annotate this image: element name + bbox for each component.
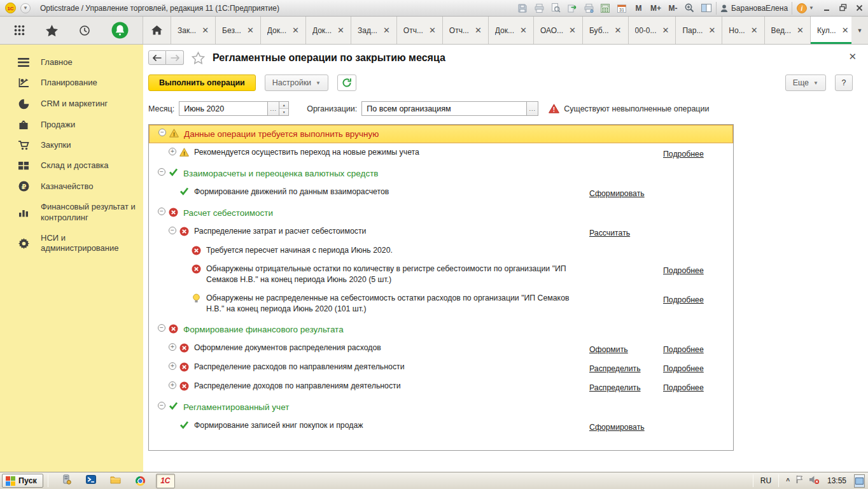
sidebar-item-treasury[interactable]: ₽Казначейство — [0, 176, 143, 197]
collapse-icon[interactable]: − — [169, 227, 176, 234]
tab-10[interactable]: Буб...✕ — [583, 17, 629, 44]
tab-close-icon[interactable]: ✕ — [751, 27, 758, 34]
tree-row-2[interactable]: +!Рекомендуется осуществить переход на н… — [149, 143, 733, 162]
spin-down-icon[interactable]: ▼ — [279, 108, 288, 115]
tab-close-icon[interactable]: ✕ — [569, 27, 576, 34]
details-link[interactable]: Подробнее — [663, 266, 704, 275]
sidebar-item-menu[interactable]: Главное — [0, 52, 143, 73]
preview-button[interactable] — [551, 3, 561, 14]
tab-close-icon[interactable]: ✕ — [842, 27, 849, 34]
taskbar-app-powershell[interactable] — [81, 474, 101, 488]
tab-close-icon[interactable]: ✕ — [383, 27, 390, 34]
action-link[interactable]: Рассчитать — [589, 229, 630, 237]
system-menu-button[interactable]: ▼ — [20, 3, 31, 13]
info-button[interactable]: i ▼ — [797, 3, 814, 13]
sidebar-item-admin[interactable]: НСИ и администрирование — [0, 228, 143, 259]
tree-row-15[interactable]: Формирование записей книг покупок и прод… — [149, 416, 733, 436]
m-button[interactable]: M — [634, 3, 643, 14]
tab-close-icon[interactable]: ✕ — [708, 27, 715, 34]
tree-row-1[interactable]: −!Данные операции требуется выполнить вр… — [149, 125, 733, 143]
taskbar-app-onec[interactable]: 1С — [156, 474, 175, 488]
forward-button[interactable] — [166, 50, 184, 65]
close-form-button[interactable]: ✕ — [848, 51, 857, 62]
sidebar-item-planning[interactable]: Планирование — [0, 73, 143, 93]
tab-13[interactable]: Но...✕ — [722, 17, 764, 44]
close-window-button[interactable] — [856, 3, 863, 14]
tab-overflow-button[interactable]: ▼ — [851, 17, 868, 44]
tree-row-13[interactable]: +Распределение доходов по направлениям д… — [149, 377, 733, 396]
split-button[interactable] — [701, 3, 711, 14]
more-button[interactable]: Еще ▼ — [785, 74, 826, 91]
tree-row-12[interactable]: +Распределение расходов по направлениям … — [149, 358, 733, 377]
tab-2[interactable]: Без...✕ — [216, 17, 261, 44]
org-input[interactable] — [362, 102, 526, 115]
back-button[interactable] — [148, 50, 166, 65]
org-select-button[interactable]: ... — [526, 102, 538, 115]
language-indicator[interactable]: RU — [760, 476, 771, 485]
action-link[interactable]: Распределить — [589, 383, 641, 392]
zoom-button[interactable] — [685, 3, 694, 14]
tab-close-icon[interactable]: ✕ — [615, 27, 622, 34]
tree-row-4[interactable]: Формирование движений по данным взаимора… — [149, 183, 733, 202]
print-settings-button[interactable] — [584, 3, 594, 14]
collapse-icon[interactable]: − — [158, 129, 166, 136]
details-link[interactable]: Подробнее — [663, 150, 704, 159]
m-plus-button[interactable]: M+ — [650, 3, 661, 14]
tab-close-icon[interactable]: ✕ — [797, 27, 804, 34]
taskbar-app-server[interactable] — [57, 474, 76, 488]
action-link[interactable]: Сформировать — [589, 423, 645, 432]
tab-close-icon[interactable]: ✕ — [292, 27, 299, 34]
history-button[interactable] — [79, 25, 90, 36]
month-select-button[interactable]: ... — [267, 102, 279, 115]
sidebar-item-finance[interactable]: Финансовый результат и контроллинг — [0, 197, 143, 228]
action-link[interactable]: Оформить — [589, 345, 628, 354]
tree-row-14[interactable]: −Регламентированный учет — [149, 397, 733, 416]
sidebar-item-warehouse[interactable]: Склад и доставка — [0, 155, 143, 176]
details-link[interactable]: Подробнее — [663, 383, 704, 392]
show-desktop-button[interactable] — [854, 474, 865, 488]
expand-icon[interactable]: + — [169, 381, 176, 389]
tree-row-6[interactable]: −Распределение затрат и расчет себестоим… — [149, 222, 733, 241]
tree-row-5[interactable]: −Расчет себестоимости — [149, 203, 733, 222]
clock[interactable]: 13:55 — [827, 476, 846, 485]
sidebar-item-purchases[interactable]: Закупки — [0, 135, 143, 155]
restore-button[interactable] — [839, 3, 847, 14]
expand-icon[interactable]: + — [169, 362, 176, 370]
notifications-button[interactable] — [111, 22, 129, 39]
calendar-button[interactable]: 31 — [617, 3, 627, 14]
expand-icon[interactable]: + — [169, 343, 176, 351]
tab-7[interactable]: Отч...✕ — [443, 17, 489, 44]
volume-muted-icon[interactable] — [809, 475, 820, 487]
details-link[interactable]: Подробнее — [663, 364, 704, 373]
tab-11[interactable]: 00-0...✕ — [629, 17, 676, 44]
tab-15[interactable]: Кул...✕ — [811, 17, 851, 44]
send-button[interactable] — [568, 3, 577, 14]
tab-5[interactable]: Зад...✕ — [351, 17, 397, 44]
action-link[interactable]: Сформировать — [589, 189, 645, 198]
tab-close-icon[interactable]: ✕ — [520, 27, 527, 34]
tab-14[interactable]: Вед...✕ — [765, 17, 811, 44]
details-link[interactable]: Подробнее — [663, 345, 704, 354]
tree-row-7[interactable]: Требуется пересчет начиная с периода Июн… — [149, 241, 733, 259]
tab-3[interactable]: Док...✕ — [261, 17, 306, 44]
user-badge[interactable]: БарановаЕлена — [716, 2, 792, 15]
tab-close-icon[interactable]: ✕ — [475, 27, 482, 34]
favorites-button[interactable] — [46, 25, 58, 36]
sidebar-item-sales[interactable]: Продажи — [0, 115, 143, 135]
tab-close-icon[interactable]: ✕ — [337, 27, 344, 34]
tab-6[interactable]: Отч...✕ — [397, 17, 443, 44]
collapse-icon[interactable]: − — [158, 208, 165, 215]
tray-expand-button[interactable]: ^ — [786, 478, 790, 485]
tab-9[interactable]: ОАО...✕ — [534, 17, 583, 44]
collapse-icon[interactable]: − — [158, 402, 165, 409]
taskbar-app-chrome[interactable] — [131, 474, 150, 488]
m-minus-button[interactable]: M- — [668, 3, 678, 14]
tab-close-icon[interactable]: ✕ — [429, 27, 436, 34]
tab-close-icon[interactable]: ✕ — [202, 27, 209, 34]
collapse-icon[interactable]: − — [158, 168, 165, 176]
save-button[interactable] — [518, 3, 528, 14]
tree-row-3[interactable]: −Взаиморасчеты и переоценка валютных сре… — [149, 164, 733, 183]
tab-close-icon[interactable]: ✕ — [247, 27, 254, 34]
start-button[interactable]: Пуск — [2, 474, 43, 488]
tab-4[interactable]: Док...✕ — [306, 17, 351, 44]
